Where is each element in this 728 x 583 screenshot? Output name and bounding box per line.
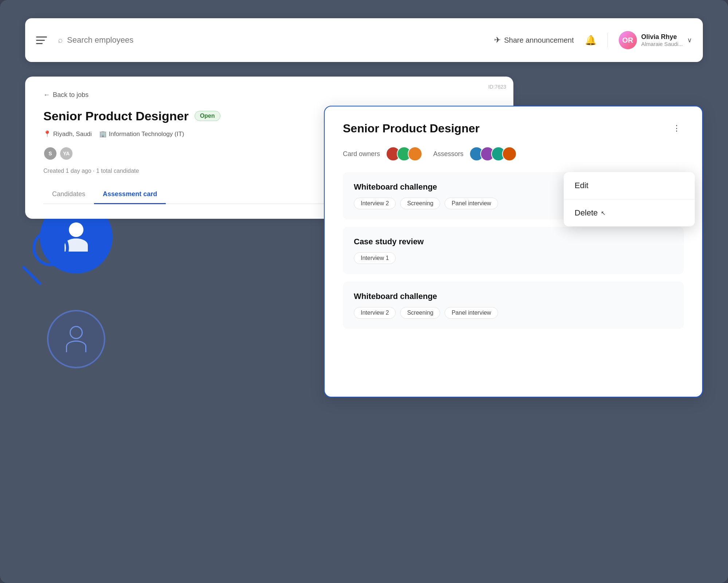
avatar-initials: OR bbox=[622, 36, 633, 44]
tag-interview1: Interview 1 bbox=[354, 252, 396, 264]
magnifier-icon bbox=[25, 230, 69, 288]
person-head-white bbox=[69, 222, 83, 237]
context-menu: Edit Delete ↖ bbox=[564, 172, 695, 226]
card-owners-group: Card owners bbox=[343, 147, 419, 161]
department-text: Information Technology (IT) bbox=[109, 131, 184, 138]
tag-screening: Screening bbox=[400, 198, 440, 209]
edit-label: Edit bbox=[575, 181, 588, 190]
job-title-row: Senior Product Designer Open bbox=[43, 109, 220, 123]
assessment-more-button[interactable]: ⋮ bbox=[669, 121, 684, 136]
tag-panel-interview: Panel interview bbox=[445, 198, 498, 209]
location-meta: 📍 Riyadh, Saudi bbox=[43, 130, 92, 138]
assessors-label: Assessors bbox=[433, 150, 463, 158]
status-badge: Open bbox=[195, 111, 220, 121]
search-input[interactable] bbox=[67, 35, 487, 45]
back-to-jobs-link[interactable]: ← Back to jobs bbox=[43, 91, 495, 99]
person-icon-mid bbox=[64, 222, 88, 252]
chevron-down-icon: ∨ bbox=[687, 36, 692, 44]
assessor-avatar-4 bbox=[502, 147, 517, 161]
send-icon: ✈ bbox=[494, 35, 501, 45]
share-announcement-button[interactable]: ✈ Share announcement bbox=[494, 35, 574, 45]
assessment-header: Senior Product Designer ⋮ bbox=[343, 121, 684, 136]
assignee-avatar-s: S bbox=[43, 147, 57, 160]
notification-bell-icon[interactable]: 🔔 bbox=[585, 35, 596, 46]
assessors-group: Assessors bbox=[433, 147, 513, 161]
department-meta: 🏢 Information Technology (IT) bbox=[99, 130, 184, 138]
user-company: Almaraie Saudi... bbox=[641, 41, 683, 47]
assessment-item-2: Case study review Interview 1 bbox=[343, 227, 684, 274]
user-profile[interactable]: OR Olivia Rhye Almaraie Saudi... ∨ bbox=[619, 31, 692, 49]
context-menu-delete[interactable]: Delete ↖ bbox=[564, 199, 695, 226]
owner-avatar-3 bbox=[408, 147, 422, 161]
person-icon-bottom bbox=[66, 326, 86, 352]
search-container: ⌕ bbox=[58, 35, 487, 45]
context-menu-edit[interactable]: Edit bbox=[564, 172, 695, 199]
assessment-item-3-tags: Interview 2 Screening Panel interview bbox=[354, 307, 673, 319]
back-arrow-icon: ← bbox=[43, 91, 50, 99]
main-content: ★ ← Back to jobs Senior Product Designer… bbox=[25, 77, 703, 583]
person-head-2 bbox=[70, 326, 83, 339]
tag-interview2: Interview 2 bbox=[354, 198, 396, 209]
assessment-panel: Senior Product Designer ⋮ Card owners As… bbox=[324, 106, 703, 397]
cursor-pointer-icon: ↖ bbox=[601, 210, 606, 217]
navbar: ⌕ ✈ Share announcement 🔔 OR Olivia Rhye … bbox=[25, 18, 703, 62]
hamburger-menu-icon[interactable] bbox=[36, 33, 51, 47]
share-announcement-label: Share announcement bbox=[504, 36, 574, 44]
owners-section: Card owners Assessors bbox=[343, 147, 684, 161]
assessment-item-2-tags: Interview 1 bbox=[354, 252, 673, 264]
location-text: Riyadh, Saudi bbox=[53, 131, 92, 138]
tab-assessment-card[interactable]: Assessment card bbox=[94, 185, 166, 204]
delete-label: Delete bbox=[575, 208, 598, 218]
building-icon: 🏢 bbox=[99, 130, 107, 138]
main-screen: ⌕ ✈ Share announcement 🔔 OR Olivia Rhye … bbox=[0, 0, 728, 583]
tab-candidates[interactable]: Candidates bbox=[43, 185, 94, 204]
back-label: Back to jobs bbox=[53, 91, 89, 99]
nav-right: ✈ Share announcement 🔔 OR Olivia Rhye Al… bbox=[494, 31, 692, 49]
search-icon: ⌕ bbox=[58, 35, 63, 45]
id-badge: ID:7623 bbox=[488, 84, 506, 90]
tag-interview2-3: Interview 2 bbox=[354, 307, 396, 319]
job-title: Senior Product Designer bbox=[43, 109, 189, 123]
nav-divider bbox=[607, 33, 608, 47]
figure-bottom bbox=[47, 310, 105, 368]
user-info: Olivia Rhye Almaraie Saudi... bbox=[641, 33, 683, 47]
avatar: OR bbox=[619, 31, 637, 49]
assessors-avatars bbox=[469, 147, 513, 161]
tag-panel-interview-3: Panel interview bbox=[445, 307, 498, 319]
card-owners-label: Card owners bbox=[343, 150, 380, 158]
card-owners-avatars bbox=[386, 147, 419, 161]
assessment-item-3-title: Whiteboard challenge bbox=[354, 292, 673, 301]
assessment-item-2-title: Case study review bbox=[354, 237, 673, 246]
person-body-white bbox=[64, 238, 88, 252]
user-name: Olivia Rhye bbox=[641, 33, 683, 41]
tag-screening-3: Screening bbox=[400, 307, 440, 319]
assignee-avatar-ya: YA bbox=[59, 147, 73, 160]
assessment-title: Senior Product Designer bbox=[343, 122, 480, 135]
location-icon: 📍 bbox=[43, 130, 51, 138]
person-body-2 bbox=[66, 341, 86, 352]
assessment-item-3: Whiteboard challenge Interview 2 Screeni… bbox=[343, 281, 684, 329]
